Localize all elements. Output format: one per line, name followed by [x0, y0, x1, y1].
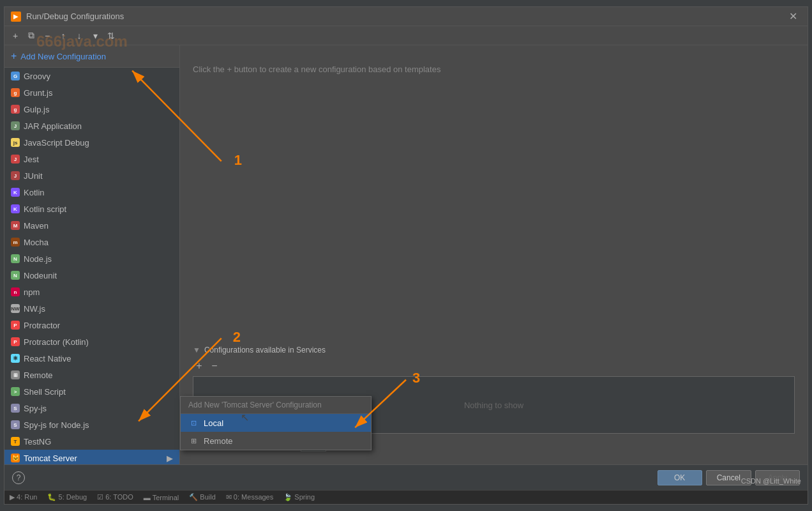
gulp-icon: g — [11, 105, 20, 114]
spyjs-node-label: Spy-js for Node.js — [24, 420, 89, 430]
jsdebug-label: JavaScript Debug — [24, 138, 89, 148]
config-item-jsdebug[interactable]: js JavaScript Debug — [4, 134, 179, 151]
move-down-button[interactable]: ↓ — [72, 29, 86, 43]
testng-label: TestNG — [24, 437, 51, 446]
gulp-label: Gulp.js — [24, 105, 49, 114]
dialog-footer: ? OK Cancel Apply — [4, 464, 808, 490]
submenu-item-remote[interactable]: ⊞ Remote — [181, 432, 371, 450]
protractor-kotlin-label: Protractor (Kotlin) — [24, 337, 89, 347]
groovy-label: Groovy — [24, 72, 50, 81]
config-item-jest[interactable]: J Jest — [4, 151, 179, 167]
services-collapse-icon[interactable]: ▼ — [193, 346, 200, 355]
config-item-jar[interactable]: J JAR Application — [4, 118, 179, 134]
services-remove-button[interactable]: − — [208, 360, 221, 372]
config-item-nwjs[interactable]: NW NW.js — [4, 300, 179, 317]
config-item-protractor[interactable]: P Protractor — [4, 317, 179, 333]
maven-label: Maven — [24, 221, 49, 231]
testng-icon: T — [11, 437, 20, 446]
sort-button[interactable]: ⇅ — [104, 29, 118, 43]
config-item-tomcat[interactable]: 🐱 Tomcat Server ▶ — [4, 450, 179, 464]
move-up-button[interactable]: ↑ — [56, 29, 70, 43]
status-debug[interactable]: 🐛 5: Debug — [47, 493, 87, 501]
grunt-icon: g — [11, 88, 20, 97]
services-title: Configurations available in Services — [204, 346, 326, 355]
config-item-protractor-kotlin[interactable]: P Protractor (Kotlin) — [4, 333, 179, 350]
help-button[interactable]: ? — [12, 471, 25, 484]
config-item-kotlinscript[interactable]: K Kotlin script — [4, 201, 179, 217]
jest-label: Jest — [24, 155, 39, 164]
protractor-label: Protractor — [24, 321, 60, 330]
copy-config-button[interactable]: ⧉ — [24, 29, 38, 43]
nodeunit-icon: N — [11, 271, 20, 280]
config-item-grunt[interactable]: g Grunt.js — [4, 84, 179, 101]
nwjs-icon: NW — [11, 304, 20, 313]
groovy-icon: G — [11, 72, 20, 80]
dialog-icon: ▶ — [11, 11, 21, 22]
config-list: G Groovy g Grunt.js g Gulp.js J JAR Appl… — [4, 68, 179, 464]
left-panel: + Add New Configuration G Groovy g Grunt… — [4, 45, 180, 464]
run-debug-dialog: ▶ Run/Debug Configurations ✕ + ⧉ − ↑ ↓ ▾… — [4, 6, 808, 505]
react-native-label: React Native — [24, 354, 71, 363]
remove-config-button[interactable]: − — [40, 29, 54, 43]
status-todo[interactable]: ☑ 6: TODO — [97, 493, 133, 501]
jest-icon: J — [11, 155, 20, 164]
config-item-spyjs[interactable]: S Spy-js — [4, 400, 179, 416]
config-item-kotlin[interactable]: K Kotlin — [4, 184, 179, 201]
services-add-button[interactable]: + — [193, 360, 206, 372]
config-item-spyjs-node[interactable]: S Spy-js for Node.js — [4, 416, 179, 433]
config-item-junit[interactable]: J JUnit — [4, 167, 179, 184]
npm-icon: n — [11, 287, 20, 296]
junit-label: JUnit — [24, 171, 43, 181]
config-item-gulp[interactable]: g Gulp.js — [4, 101, 179, 118]
config-item-react-native[interactable]: ⚛ React Native — [4, 350, 179, 367]
spyjs-label: Spy-js — [24, 404, 47, 413]
title-bar: ▶ Run/Debug Configurations ✕ — [4, 7, 808, 26]
tomcat-icon: 🐱 — [11, 454, 20, 462]
config-item-testng[interactable]: T TestNG — [4, 433, 179, 450]
local-icon: ⊡ — [188, 418, 199, 428]
main-content: + Add New Configuration G Groovy g Grunt… — [4, 45, 808, 464]
config-item-mocha[interactable]: m Mocha — [4, 234, 179, 250]
spyjs-icon: S — [11, 404, 20, 413]
react-native-icon: ⚛ — [11, 354, 20, 363]
config-item-maven[interactable]: M Maven — [4, 217, 179, 234]
title-bar-left: ▶ Run/Debug Configurations — [11, 11, 124, 22]
config-item-nodeunit[interactable]: N Nodeunit — [4, 267, 179, 284]
dialog-title: Run/Debug Configurations — [26, 11, 124, 21]
cancel-button[interactable]: Cancel — [706, 470, 751, 485]
services-controls: + − — [193, 360, 795, 372]
ok-button[interactable]: OK — [658, 470, 702, 485]
add-plus-icon: + — [11, 50, 17, 62]
status-run[interactable]: ▶ 4: Run — [10, 493, 37, 501]
services-header: ▼ Configurations available in Services — [193, 346, 795, 355]
footer-right: OK Cancel Apply — [658, 470, 800, 485]
shell-icon: > — [11, 387, 20, 396]
kotlin-label: Kotlin — [24, 188, 45, 197]
config-item-npm[interactable]: n npm — [4, 284, 179, 300]
tomcat-submenu: Add New 'Tomcat Server' Configuration ⊡ … — [180, 396, 372, 450]
status-terminal[interactable]: ▬ Terminal — [144, 494, 179, 501]
mocha-label: Mocha — [24, 238, 49, 247]
config-item-nodejs[interactable]: N Node.js — [4, 250, 179, 267]
mocha-icon: m — [11, 238, 20, 247]
nothing-to-show-text: Nothing to show — [464, 400, 523, 410]
status-build[interactable]: 🔨 Build — [189, 493, 216, 501]
close-button[interactable]: ✕ — [785, 9, 801, 24]
jar-icon: J — [11, 121, 20, 130]
dropdown-button[interactable]: ▾ — [88, 29, 102, 43]
add-config-button[interactable]: + — [8, 29, 22, 43]
remote-icon: ⊞ — [11, 370, 20, 379]
kotlinscript-icon: K — [11, 204, 20, 213]
add-new-configuration-item[interactable]: + Add New Configuration — [4, 45, 179, 68]
status-bar: ▶ 4: Run 🐛 5: Debug ☑ 6: TODO ▬ Terminal… — [4, 490, 808, 504]
footer-left: ? — [12, 471, 25, 484]
submenu-item-local[interactable]: ⊡ Local — [181, 414, 371, 432]
status-spring[interactable]: 🍃 Spring — [283, 493, 315, 501]
config-item-shell[interactable]: > Shell Script — [4, 383, 179, 400]
apply-button[interactable]: Apply — [755, 470, 800, 485]
jar-label: JAR Application — [24, 121, 82, 131]
nodejs-icon: N — [11, 254, 20, 263]
config-item-groovy[interactable]: G Groovy — [4, 68, 179, 84]
config-item-remote[interactable]: ⊞ Remote — [4, 367, 179, 383]
status-messages[interactable]: ✉ 0: Messages — [226, 493, 273, 501]
